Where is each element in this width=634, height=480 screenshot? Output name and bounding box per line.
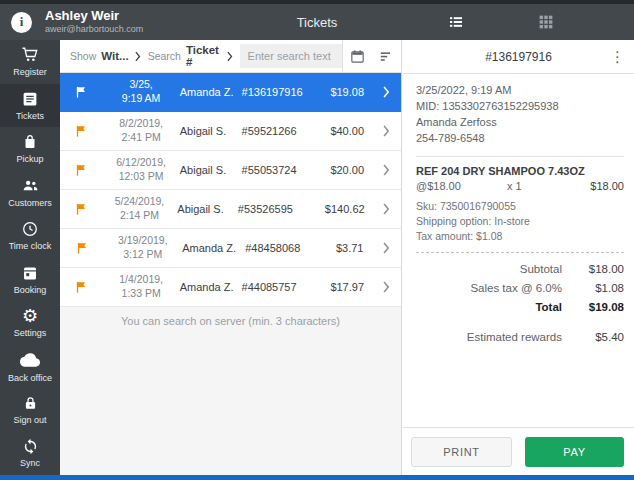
gear-icon bbox=[22, 307, 38, 325]
chevron-right-icon bbox=[373, 203, 401, 215]
ticket-number: #55053724 bbox=[242, 164, 331, 176]
search-input[interactable] bbox=[240, 44, 342, 68]
subtotal-row: Subtotal $18.00 bbox=[416, 260, 624, 279]
ticket-number: #53526595 bbox=[238, 203, 325, 215]
flag-icon bbox=[60, 163, 102, 177]
line-item-qty: x 1 bbox=[461, 180, 568, 192]
receipt-icon bbox=[21, 90, 39, 108]
line-item-sku: Sku: 7350016790055 bbox=[416, 199, 624, 214]
sidebar-item-tickets[interactable]: Tickets bbox=[0, 84, 60, 128]
sidebar-item-register[interactable]: Register bbox=[0, 40, 60, 84]
sidebar-item-customers[interactable]: Customers bbox=[0, 171, 60, 215]
user-block[interactable]: Ashley Weir aweir@harbortouch.com bbox=[45, 9, 143, 34]
sidebar-item-label: Customers bbox=[8, 198, 52, 208]
list-empty-area bbox=[60, 334, 401, 475]
sync-icon bbox=[22, 438, 39, 455]
sidebar-item-sign-out[interactable]: Sign out bbox=[0, 388, 60, 432]
ticket-amount: $40.00 bbox=[330, 125, 372, 137]
line-item-tax: Tax amount: $1.08 bbox=[416, 229, 624, 244]
chevron-right-icon[interactable] bbox=[227, 51, 233, 62]
total-value: $19.08 bbox=[562, 298, 624, 317]
sidebar-item-settings[interactable]: Settings bbox=[0, 301, 60, 345]
search-by-label: Search bbox=[148, 50, 181, 62]
ticket-date: 8/2/2019,2:41 PM bbox=[102, 117, 179, 144]
ticket-customer: Amanda Z. bbox=[180, 86, 242, 98]
ticket-number: #136197916 bbox=[242, 86, 331, 98]
show-filter-value[interactable]: Wit... bbox=[101, 50, 128, 62]
ticket-customer: Abigail S. bbox=[180, 164, 242, 176]
lock-icon bbox=[22, 395, 39, 412]
ticket-customer: Abigail S. bbox=[180, 125, 242, 137]
pay-button[interactable]: PAY bbox=[525, 437, 624, 467]
list-view-icon[interactable] bbox=[447, 13, 465, 31]
sidebar-item-sync[interactable]: Sync bbox=[0, 432, 60, 476]
line-item-name: REF 204 DRY SHAMPOO 7.43OZ bbox=[416, 165, 624, 177]
sidebar-item-label: Tickets bbox=[16, 111, 44, 121]
grid-view-icon[interactable] bbox=[537, 13, 555, 31]
detail-body: 3/25/2022, 9:19 AM MID: 1353302763152295… bbox=[403, 74, 634, 427]
ticket-amount: $140.62 bbox=[325, 203, 373, 215]
sidebar-item-label: Sync bbox=[20, 458, 40, 468]
ticket-amount: $3.71 bbox=[336, 242, 372, 254]
search-by-value[interactable]: Ticket # bbox=[186, 44, 221, 68]
ticket-row[interactable]: 3/25,9:19 AM Amanda Z. #136197916 $19.08 bbox=[60, 73, 401, 112]
ticket-date: 5/24/2019,2:14 PM bbox=[102, 195, 178, 222]
ticket-row[interactable]: 1/4/2019,1:33 PM Amanda Z. #44085757 $17… bbox=[60, 268, 401, 307]
ticket-date: 3/25,9:19 AM bbox=[102, 78, 179, 105]
show-filter-label: Show bbox=[70, 50, 96, 62]
ticket-row[interactable]: 3/19/2019,3:12 PM Amanda Z. #48458068 $3… bbox=[60, 229, 401, 268]
sidebar-item-pickup[interactable]: Pickup bbox=[0, 127, 60, 171]
sidebar-item-label: Back office bbox=[8, 373, 52, 383]
ticket-list-panel: Show Wit... Search Ticket # 3/25,9:19 AM… bbox=[60, 40, 402, 475]
user-name: Ashley Weir bbox=[45, 9, 143, 24]
ticket-number: #44085757 bbox=[242, 281, 331, 293]
dashed-divider bbox=[416, 252, 624, 253]
sidebar-nav: Register Tickets Pickup Customers Time c… bbox=[0, 40, 60, 475]
sort-icon[interactable] bbox=[372, 40, 401, 73]
ticket-customer: Amanda Z. bbox=[180, 281, 242, 293]
search-bar: Show Wit... Search Ticket # bbox=[60, 40, 401, 73]
calendar-filter-icon[interactable] bbox=[342, 40, 371, 73]
chevron-right-icon bbox=[372, 86, 401, 98]
subtotal-label: Subtotal bbox=[520, 260, 562, 279]
server-search-hint: You can search on server (min. 3 charact… bbox=[60, 307, 401, 334]
more-options-icon[interactable] bbox=[610, 48, 625, 66]
cloud-icon bbox=[20, 350, 40, 370]
sidebar-item-booking[interactable]: Booking bbox=[0, 258, 60, 302]
chevron-right-icon bbox=[372, 164, 401, 176]
sidebar-item-label: Booking bbox=[14, 285, 47, 295]
ticket-number: #48458068 bbox=[245, 242, 336, 254]
chevron-right-icon bbox=[371, 242, 401, 254]
sidebar-item-back-office[interactable]: Back office bbox=[0, 345, 60, 389]
info-icon[interactable] bbox=[11, 12, 32, 33]
ticket-number: #59521266 bbox=[242, 125, 331, 137]
ticket-row[interactable]: 8/2/2019,2:41 PM Abigail S. #59521266 $4… bbox=[60, 112, 401, 151]
detail-header: #136197916 bbox=[403, 40, 634, 74]
ticket-customer: Amanda Z. bbox=[182, 242, 245, 254]
detail-customer-name: Amanda Zerfoss bbox=[416, 115, 624, 131]
ticket-row[interactable]: 6/12/2019,12:03 PM Abigail S. #55053724 … bbox=[60, 151, 401, 190]
bottom-accent-strip bbox=[0, 475, 634, 480]
ticket-customer: Abigail S. bbox=[177, 203, 238, 215]
flag-icon bbox=[60, 124, 102, 138]
page-title: Tickets bbox=[297, 15, 338, 30]
ticket-amount: $20.00 bbox=[330, 164, 372, 176]
line-item-total: $18.00 bbox=[568, 180, 624, 192]
sidebar-item-time-clock[interactable]: Time clock bbox=[0, 214, 60, 258]
sales-tax-value: $1.08 bbox=[562, 279, 624, 298]
cart-icon bbox=[21, 46, 39, 64]
print-button[interactable]: PRINT bbox=[411, 437, 512, 467]
line-item-shipping: Shipping option: In-store bbox=[416, 214, 624, 229]
chevron-right-icon[interactable] bbox=[135, 51, 141, 62]
calendar-icon bbox=[21, 264, 39, 282]
detail-mid: MID: 1353302763152295938 bbox=[416, 99, 624, 115]
ticket-row[interactable]: 5/24/2019,2:14 PM Abigail S. #53526595 $… bbox=[60, 190, 401, 229]
total-row: Total $19.08 bbox=[416, 298, 624, 317]
rewards-row: Estimated rewards $5.40 bbox=[416, 328, 624, 347]
ticket-date: 3/19/2019,3:12 PM bbox=[103, 234, 182, 261]
sidebar-item-label: Time clock bbox=[9, 241, 52, 251]
sidebar-item-label: Register bbox=[13, 67, 47, 77]
rewards-label: Estimated rewards bbox=[467, 328, 562, 347]
pos-app-window: Ashley Weir aweir@harbortouch.com Ticket… bbox=[0, 0, 634, 480]
rewards-value: $5.40 bbox=[562, 328, 624, 347]
